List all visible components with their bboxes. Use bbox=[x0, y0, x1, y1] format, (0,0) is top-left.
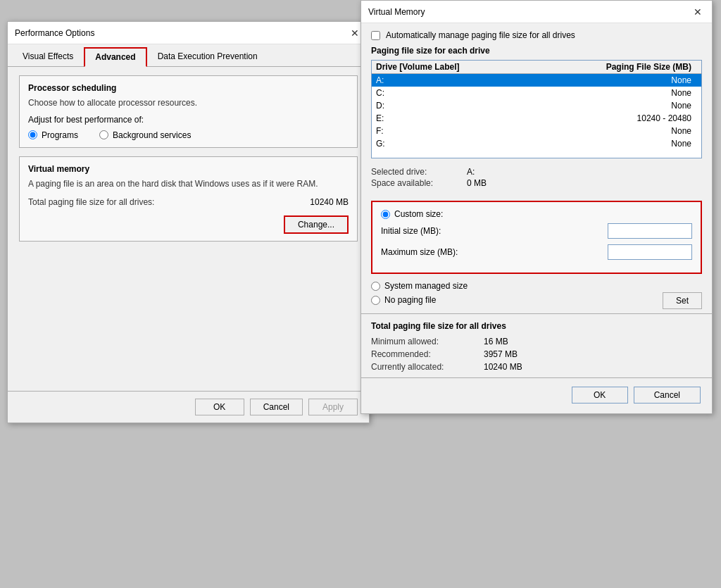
system-managed-option[interactable]: System managed size bbox=[371, 281, 468, 291]
drive-name-g: G: bbox=[376, 139, 481, 149]
paging-section: Paging file size for each drive Drive [V… bbox=[361, 46, 712, 163]
drive-row-f[interactable]: F: None bbox=[372, 125, 701, 137]
adjust-label: Adjust for best performance of: bbox=[28, 115, 349, 125]
currently-allocated-label: Currently allocated: bbox=[371, 362, 484, 372]
auto-manage-checkbox[interactable] bbox=[371, 31, 380, 40]
drive-row-a[interactable]: A: None bbox=[372, 74, 701, 87]
drive-list-container[interactable]: Drive [Volume Label] Paging File Size (M… bbox=[371, 60, 702, 158]
vm-section-desc: A paging file is an area on the hard dis… bbox=[28, 178, 349, 190]
selected-drive-info: Selected drive: A: Space available: 0 MB bbox=[361, 163, 712, 194]
space-available-value: 0 MB bbox=[467, 178, 487, 188]
space-available-label: Space available: bbox=[371, 178, 456, 188]
maximum-size-input[interactable] bbox=[608, 244, 692, 260]
system-options-radios: System managed size No paging file bbox=[371, 281, 468, 309]
recommended-value: 3957 MB bbox=[484, 349, 518, 359]
vm-cancel-button[interactable]: Cancel bbox=[634, 387, 701, 404]
drive-name-d: D: bbox=[376, 101, 481, 111]
vm-section-title: Virtual memory bbox=[28, 164, 349, 174]
performance-options-dialog: Performance Options ✕ Visual Effects Adv… bbox=[7, 21, 370, 423]
perf-apply-button[interactable]: Apply bbox=[308, 399, 358, 415]
programs-radio-label[interactable]: Programs bbox=[28, 130, 78, 140]
performance-radio-group: Programs Background services bbox=[28, 130, 349, 140]
drive-row-e[interactable]: E: 10240 - 20480 bbox=[372, 112, 701, 125]
background-label: Background services bbox=[113, 130, 191, 140]
system-options-row: System managed size No paging file Set bbox=[371, 281, 702, 309]
space-available-row: Space available: 0 MB bbox=[371, 178, 702, 188]
vm-title-bar: Virtual Memory ✕ bbox=[361, 1, 712, 23]
drive-list-header: Drive [Volume Label] Paging File Size (M… bbox=[372, 61, 701, 74]
initial-size-row: Initial size (MB): bbox=[381, 223, 692, 239]
drive-size-a: None bbox=[481, 75, 697, 85]
perf-ok-button[interactable]: OK bbox=[195, 399, 244, 415]
drive-name-e: E: bbox=[376, 113, 481, 123]
currently-allocated-value: 10240 MB bbox=[484, 362, 522, 372]
programs-radio[interactable] bbox=[28, 130, 37, 139]
set-button[interactable]: Set bbox=[663, 292, 702, 309]
perf-bottom-buttons: OK Cancel Apply bbox=[8, 391, 369, 423]
drive-row-g[interactable]: G: None bbox=[372, 137, 701, 150]
vm-ok-button[interactable]: OK bbox=[572, 387, 628, 404]
drive-size-f: None bbox=[481, 126, 697, 136]
virtual-memory-dialog: Virtual Memory ✕ Automatically manage pa… bbox=[360, 0, 713, 414]
size-header-col: Paging File Size (MB) bbox=[481, 62, 697, 72]
custom-size-radio[interactable] bbox=[381, 210, 390, 219]
drive-size-g: None bbox=[481, 139, 697, 149]
initial-size-input[interactable] bbox=[608, 223, 692, 239]
custom-size-section: Custom size: Initial size (MB): Maximum … bbox=[371, 201, 702, 274]
min-allowed-value: 16 MB bbox=[484, 337, 508, 346]
perf-tabs: Visual Effects Advanced Data Execution P… bbox=[8, 44, 369, 67]
programs-label: Programs bbox=[42, 130, 78, 140]
vm-close-button[interactable]: ✕ bbox=[691, 5, 705, 19]
custom-size-radio-option[interactable]: Custom size: bbox=[381, 209, 692, 219]
drive-size-d: None bbox=[481, 101, 697, 111]
maximum-size-label: Maximum size (MB): bbox=[381, 247, 608, 257]
vm-title-text: Virtual Memory bbox=[368, 7, 425, 17]
virtual-memory-section: Virtual memory A paging file is an area … bbox=[19, 156, 358, 242]
tab-advanced[interactable]: Advanced bbox=[84, 47, 146, 67]
maximum-size-row: Maximum size (MB): bbox=[381, 244, 692, 260]
background-radio-label[interactable]: Background services bbox=[99, 130, 191, 140]
drive-size-c: None bbox=[481, 88, 697, 98]
processor-scheduling-title: Processor scheduling bbox=[28, 83, 349, 93]
drive-header-col: Drive [Volume Label] bbox=[376, 62, 481, 72]
perf-cancel-button[interactable]: Cancel bbox=[250, 399, 303, 415]
perf-title-bar: Performance Options ✕ bbox=[8, 22, 369, 44]
selected-drive-label: Selected drive: bbox=[371, 167, 456, 177]
vm-total-value: 10240 MB bbox=[310, 197, 349, 207]
change-button[interactable]: Change... bbox=[284, 215, 349, 234]
total-paging-section: Total paging file size for all drives Mi… bbox=[361, 313, 712, 372]
drive-name-f: F: bbox=[376, 126, 481, 136]
drive-name-c: C: bbox=[376, 88, 481, 98]
currently-allocated-row: Currently allocated: 10240 MB bbox=[371, 362, 702, 372]
vm-total-label: Total paging file size for all drives: bbox=[28, 197, 154, 207]
tab-visual-effects[interactable]: Visual Effects bbox=[12, 47, 84, 66]
perf-content: Processor scheduling Choose how to alloc… bbox=[8, 75, 369, 242]
processor-scheduling-section: Processor scheduling Choose how to alloc… bbox=[19, 75, 358, 148]
min-allowed-row: Minimum allowed: 16 MB bbox=[371, 337, 702, 346]
total-paging-title: Total paging file size for all drives bbox=[371, 321, 702, 331]
drive-name-a: A: bbox=[376, 75, 481, 85]
system-managed-label: System managed size bbox=[384, 281, 468, 291]
no-paging-option[interactable]: No paging file bbox=[371, 295, 468, 305]
auto-manage-row: Automatically manage paging file size fo… bbox=[361, 23, 712, 46]
drive-row-c[interactable]: C: None bbox=[372, 87, 701, 99]
perf-close-button[interactable]: ✕ bbox=[348, 26, 362, 40]
drive-row-d[interactable]: D: None bbox=[372, 99, 701, 112]
no-paging-label: No paging file bbox=[384, 295, 436, 305]
recommended-label: Recommended: bbox=[371, 349, 484, 359]
paging-section-title: Paging file size for each drive bbox=[371, 46, 702, 56]
vm-bottom-buttons: OK Cancel bbox=[361, 377, 712, 413]
selected-drive-row: Selected drive: A: bbox=[371, 167, 702, 177]
recommended-row: Recommended: 3957 MB bbox=[371, 349, 702, 359]
tab-dep[interactable]: Data Execution Prevention bbox=[147, 47, 268, 66]
drive-size-e: 10240 - 20480 bbox=[481, 113, 697, 123]
system-managed-radio[interactable] bbox=[371, 282, 380, 291]
no-paging-radio[interactable] bbox=[371, 296, 380, 305]
min-allowed-label: Minimum allowed: bbox=[371, 337, 484, 346]
background-radio[interactable] bbox=[99, 130, 108, 139]
custom-size-label: Custom size: bbox=[394, 209, 443, 219]
vm-total-row: Total paging file size for all drives: 1… bbox=[28, 197, 349, 207]
processor-scheduling-desc: Choose how to allocate processor resourc… bbox=[28, 97, 349, 109]
vm-options-section: Custom size: Initial size (MB): Maximum … bbox=[361, 201, 712, 309]
initial-size-label: Initial size (MB): bbox=[381, 226, 608, 236]
